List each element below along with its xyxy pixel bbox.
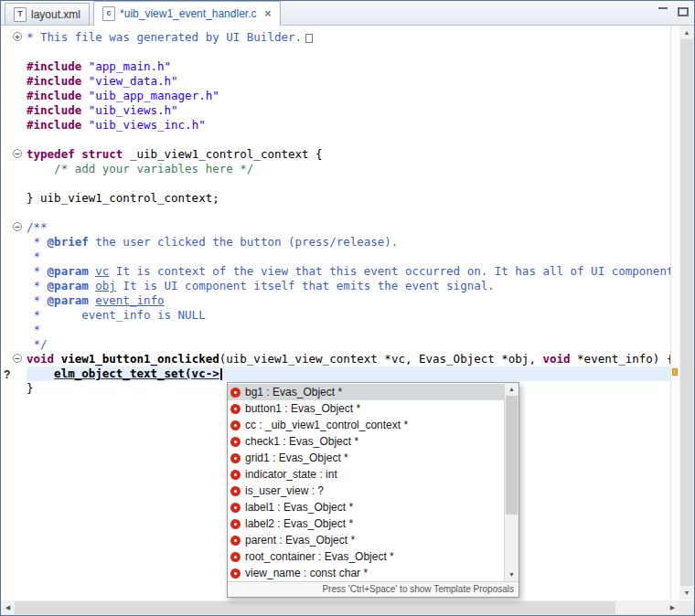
- code-token: It is UI component itself that emits the…: [116, 279, 495, 292]
- code-token: view1_button1_onclicked: [61, 352, 219, 366]
- code-line[interactable]: [27, 45, 671, 59]
- scroll-up-icon[interactable]: ▲: [679, 26, 694, 39]
- code-token: *: [27, 293, 48, 307]
- horizontal-scroll-thumb[interactable]: [15, 601, 615, 614]
- fold-collapse-icon[interactable]: −: [13, 222, 22, 231]
- code-lines: * This file was generated by UI Builder.…: [27, 30, 671, 396]
- maximize-icon[interactable]: [676, 5, 689, 16]
- completion-item[interactable]: view_name : const char *: [228, 565, 505, 581]
- help-annotation-icon[interactable]: ?: [4, 367, 10, 382]
- completion-item-label: bg1 : Evas_Object *: [245, 386, 342, 398]
- code-token: #include: [27, 103, 81, 117]
- code-line[interactable]: [27, 206, 671, 220]
- code-token: [54, 352, 61, 366]
- completion-item[interactable]: indicator_state : int: [228, 466, 505, 483]
- code-token: "uib_app_manager.h": [89, 89, 219, 102]
- code-line[interactable]: [27, 176, 671, 191]
- code-line[interactable]: #include "app_main.h": [27, 59, 671, 74]
- code-line[interactable]: elm_object_text_set(vc->: [27, 366, 671, 381]
- completion-item[interactable]: root_container : Evas_Object *: [228, 548, 505, 565]
- completion-item[interactable]: bg1 : Evas_Object *: [228, 384, 505, 400]
- fold-collapse-icon[interactable]: −: [13, 354, 22, 363]
- overview-annotation-marker[interactable]: [672, 368, 678, 376]
- code-line[interactable]: typedef struct _uib_view1_control_contex…: [27, 147, 671, 162]
- code-line[interactable]: [27, 133, 671, 147]
- code-line[interactable]: #include "view_data.h": [27, 74, 671, 89]
- code-line[interactable]: #include "uib_app_manager.h": [27, 89, 671, 103]
- code-line[interactable]: * @param obj It is UI component itself t…: [27, 279, 671, 293]
- code-token: [27, 162, 54, 175]
- completion-item[interactable]: parent : Evas_Object *: [228, 532, 505, 548]
- popup-scrollbar[interactable]: ▲ ▼: [504, 383, 519, 581]
- close-tab-icon[interactable]: ×: [264, 8, 271, 19]
- code-token: struct: [81, 147, 123, 161]
- field-icon: [230, 503, 241, 513]
- editor-tab-bar: T layout.xml c *uib_view1_event_handler.…: [1, 1, 694, 26]
- completion-item[interactable]: label2 : Evas_Object *: [228, 515, 505, 532]
- code-line[interactable]: */: [27, 337, 671, 352]
- code-line[interactable]: #include "uib_views.h": [27, 103, 671, 118]
- code-line[interactable]: void view1_button1_onclicked(uib_view1_v…: [27, 352, 671, 366]
- scroll-right-icon[interactable]: ▶: [666, 600, 679, 615]
- tab-layout-xml[interactable]: T layout.xml: [5, 3, 90, 25]
- horizontal-scrollbar[interactable]: ◀ ▶: [1, 600, 679, 615]
- code-line[interactable]: * This file was generated by UI Builder.: [27, 30, 671, 45]
- code-line[interactable]: #include "uib_views_inc.h": [27, 118, 671, 133]
- code-token: _uib_view1_control_context {: [123, 147, 322, 161]
- code-token: It is context of the view that this even…: [109, 264, 671, 278]
- completion-item-label: check1 : Evas_Object *: [245, 435, 358, 448]
- completion-item-label: view_name : const char *: [245, 567, 368, 579]
- code-line[interactable]: /* add your variables here */: [27, 162, 671, 176]
- code-token: *: [27, 250, 40, 263]
- popup-scroll-up-icon[interactable]: ▲: [505, 383, 519, 396]
- completion-item-label: label1 : Evas_Object *: [245, 501, 353, 514]
- code-token: typedef: [27, 147, 75, 161]
- completion-item[interactable]: grid1 : Evas_Object *: [228, 450, 505, 466]
- fold-expand-icon[interactable]: +: [13, 32, 22, 41]
- code-token: *: [27, 279, 48, 292]
- code-token: "uib_views_inc.h": [89, 118, 206, 132]
- code-line[interactable]: } uib_view1_control_context;: [27, 191, 671, 206]
- code-token: [81, 59, 89, 73]
- field-icon: [230, 453, 241, 463]
- code-line[interactable]: *: [27, 323, 671, 337]
- code-line[interactable]: * @param vc It is context of the view th…: [27, 264, 671, 279]
- code-token: #include: [27, 89, 81, 102]
- code-token: obj: [95, 279, 116, 292]
- code-line[interactable]: /**: [27, 220, 671, 235]
- code-token: @param: [48, 264, 89, 278]
- field-icon: [230, 568, 241, 579]
- completion-item[interactable]: cc : _uib_view1_control_context *: [228, 417, 505, 433]
- popup-scroll-down-icon[interactable]: ▼: [505, 568, 519, 581]
- scroll-down-icon[interactable]: ▼: [679, 586, 694, 600]
- fold-collapse-icon[interactable]: −: [13, 149, 22, 158]
- tab-uib-view1-event-handler-c[interactable]: c *uib_view1_event_handler.c ×: [93, 1, 280, 26]
- code-line[interactable]: * event_info is NULL: [27, 308, 671, 323]
- minimize-icon[interactable]: [657, 5, 669, 16]
- completion-item[interactable]: check1 : Evas_Object *: [228, 433, 505, 450]
- vertical-scrollbar[interactable]: ▲ ▼: [679, 26, 694, 600]
- code-token: "view_data.h": [89, 74, 178, 88]
- code-token: /**: [27, 220, 48, 234]
- code-token: */: [27, 337, 48, 351]
- fold-gutter: ? +−−−: [1, 26, 27, 600]
- completion-item-label: parent : Evas_Object *: [245, 534, 355, 547]
- code-token: [81, 74, 89, 88]
- popup-scroll-thumb[interactable]: [506, 396, 518, 515]
- field-icon: [230, 536, 241, 546]
- overview-ruler: [670, 26, 679, 600]
- scroll-left-icon[interactable]: ◀: [1, 600, 15, 615]
- code-token: the user clicked the button (press/relea…: [89, 235, 399, 249]
- completion-item[interactable]: button1 : Evas_Object *: [228, 400, 505, 417]
- field-icon: [230, 404, 241, 414]
- code-token: *: [27, 323, 40, 336]
- code-token: [81, 103, 89, 117]
- completion-item[interactable]: label1 : Evas_Object *: [228, 499, 505, 515]
- code-line[interactable]: * @param event_info: [27, 293, 671, 308]
- completion-item[interactable]: is_user_view : ?: [228, 483, 505, 499]
- code-line[interactable]: * @brief the user clicked the button (pr…: [27, 235, 671, 250]
- code-line[interactable]: *: [27, 250, 671, 264]
- code-token: event_info: [95, 293, 164, 307]
- collapsed-region-icon[interactable]: [305, 34, 313, 43]
- vertical-scroll-thumb[interactable]: [680, 39, 693, 586]
